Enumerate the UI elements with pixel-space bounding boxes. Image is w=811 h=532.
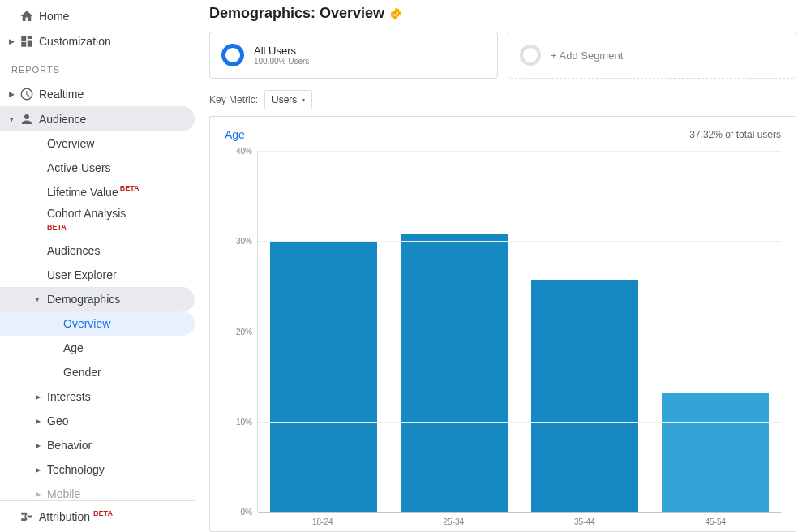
sidebar-item-label: Interests — [47, 390, 91, 403]
sidebar-item-label: Lifetime Value — [47, 186, 118, 199]
sidebar-item-label: Realtime — [39, 88, 84, 101]
chart-plot — [257, 151, 781, 512]
sidebar-item-label: Geo — [47, 414, 68, 427]
sidebar: Home ▶ Customization REPORTS ▶ Realtime … — [0, 0, 195, 532]
empty-ring-icon — [520, 45, 541, 66]
chevron-down-icon: ▾ — [6, 115, 16, 123]
sidebar-item-label: Mobile — [47, 487, 80, 500]
chart-title[interactable]: Age — [225, 128, 245, 141]
sidebar-item-label: Age — [63, 341, 84, 354]
sidebar-sub-cohort[interactable]: Cohort Analysis — [0, 204, 195, 222]
chevron-right-icon: ▶ — [36, 466, 41, 474]
sidebar-item-label: Technology — [47, 463, 105, 476]
sidebar-sub-demo-age[interactable]: Age — [0, 336, 195, 360]
sidebar-item-attribution[interactable]: Attribution BETA — [0, 501, 195, 532]
chart-area: 40%30%20%10%0% 18-2425-3435-4445-54 — [257, 151, 781, 531]
chart-header: Age 37.32% of total users — [225, 128, 781, 141]
chevron-right-icon: ▶ — [36, 418, 41, 425]
sidebar-item-label: Gender — [63, 366, 101, 379]
page-title-text: Demographics: Overview — [209, 5, 384, 22]
sidebar-sub-mobile[interactable]: ▶ Mobile — [0, 482, 195, 500]
reports-heading: REPORTS — [0, 54, 195, 81]
sidebar-sub-audiences[interactable]: Audiences — [0, 238, 195, 263]
chart-y-axis: 40%30%20%10%0% — [225, 151, 252, 512]
chart-x-label: 18-24 — [257, 513, 388, 531]
key-metric-select[interactable]: Users ▾ — [264, 90, 312, 109]
segment-ring-icon — [221, 44, 244, 66]
chart-x-label: 45-54 — [650, 513, 782, 531]
chevron-right-icon: ▶ — [36, 393, 41, 401]
sidebar-item-label: Overview — [47, 137, 94, 150]
chart-y-tick: 30% — [225, 237, 252, 246]
verified-badge-icon — [389, 7, 402, 20]
segments-row: All Users 100.00% Users + Add Segment — [209, 32, 796, 79]
chart-x-axis: 18-2425-3435-4445-54 — [257, 513, 781, 531]
sidebar-sub-lifetime-value[interactable]: Lifetime Value BETA — [0, 180, 195, 204]
sidebar-scroll: Home ▶ Customization REPORTS ▶ Realtime … — [0, 3, 195, 500]
sidebar-item-label: Active Users — [47, 161, 111, 174]
chart-x-label: 35-44 — [519, 513, 650, 531]
sidebar-item-realtime[interactable]: ▶ Realtime — [0, 81, 195, 106]
chart-card: Age 37.32% of total users 40%30%20%10%0%… — [209, 116, 796, 532]
key-metric-value: Users — [272, 94, 297, 105]
sidebar-bottom: Attribution BETA — [0, 500, 195, 532]
chart-x-label: 25-34 — [388, 513, 520, 531]
sidebar-sub-behavior[interactable]: ▶ Behavior — [0, 433, 195, 457]
chart-y-tick: 0% — [225, 508, 252, 517]
sidebar-sub-geo[interactable]: ▶ Geo — [0, 409, 195, 433]
chart-y-tick: 10% — [225, 417, 252, 426]
chart-y-tick: 20% — [225, 327, 252, 336]
chart-bar[interactable] — [270, 241, 377, 512]
chart-bar[interactable] — [401, 234, 508, 512]
sidebar-sub-active-users[interactable]: Active Users — [0, 156, 195, 180]
chart-gridline — [258, 332, 781, 332]
sidebar-item-home[interactable]: Home — [0, 3, 195, 28]
segment-subtitle: 100.00% Users — [254, 57, 309, 66]
chart-gridline — [258, 151, 781, 152]
sidebar-item-label: Home — [39, 10, 69, 23]
page-title: Demographics: Overview — [209, 5, 796, 22]
chart-bar[interactable] — [662, 393, 769, 512]
sidebar-item-audience[interactable]: ▾ Audience — [0, 106, 195, 131]
key-metric-label: Key Metric: — [209, 94, 258, 105]
sidebar-sub-technology[interactable]: ▶ Technology — [0, 457, 195, 482]
sidebar-item-label: Customization — [39, 35, 111, 48]
dashboard-icon — [16, 34, 39, 49]
sidebar-item-label: Audience — [39, 113, 86, 126]
sidebar-item-label: Behavior — [47, 439, 92, 452]
attribution-icon — [16, 509, 39, 524]
sidebar-sub-demographics[interactable]: ▾ Demographics — [0, 287, 195, 311]
caret-down-icon: ▾ — [302, 97, 305, 104]
sidebar-sub-demo-gender[interactable]: Gender — [0, 360, 195, 384]
segment-all-users[interactable]: All Users 100.00% Users — [209, 32, 498, 79]
segment-texts: All Users 100.00% Users — [254, 45, 309, 66]
sidebar-item-label: User Explorer — [47, 268, 117, 281]
sidebar-item-customization[interactable]: ▶ Customization — [0, 28, 195, 54]
sidebar-sub-interests[interactable]: ▶ Interests — [0, 384, 195, 409]
chevron-right-icon: ▶ — [6, 37, 16, 45]
key-metric-row: Key Metric: Users ▾ — [209, 90, 796, 109]
audience-sub-items: Overview Active Users Lifetime Value BET… — [0, 131, 195, 500]
sidebar-sub-user-explorer[interactable]: User Explorer — [0, 263, 195, 287]
sidebar-sub-overview[interactable]: Overview — [0, 131, 195, 156]
chart-gridline — [258, 422, 781, 423]
add-segment-button[interactable]: + Add Segment — [508, 32, 796, 79]
clock-icon — [16, 87, 39, 101]
beta-badge: BETA — [0, 221, 195, 234]
sidebar-item-label: Overview — [63, 317, 110, 330]
chevron-right-icon: ▶ — [36, 442, 41, 449]
beta-badge: BETA — [93, 509, 113, 517]
sidebar-item-label: Audiences — [47, 244, 100, 257]
home-icon — [16, 9, 39, 24]
chart-bar[interactable] — [531, 280, 638, 512]
chart-subtitle: 37.32% of total users — [689, 129, 781, 140]
beta-badge: BETA — [120, 184, 139, 192]
chart-y-tick: 40% — [225, 147, 252, 156]
sidebar-sub-demo-overview[interactable]: Overview — [0, 311, 195, 336]
main-content: Demographics: Overview All Users 100.00%… — [195, 0, 811, 532]
sidebar-item-label: Cohort Analysis — [47, 207, 126, 220]
chevron-right-icon: ▶ — [36, 491, 41, 498]
chart-gridline — [258, 241, 781, 242]
person-icon — [16, 112, 39, 127]
chart-gridline — [258, 512, 781, 513]
